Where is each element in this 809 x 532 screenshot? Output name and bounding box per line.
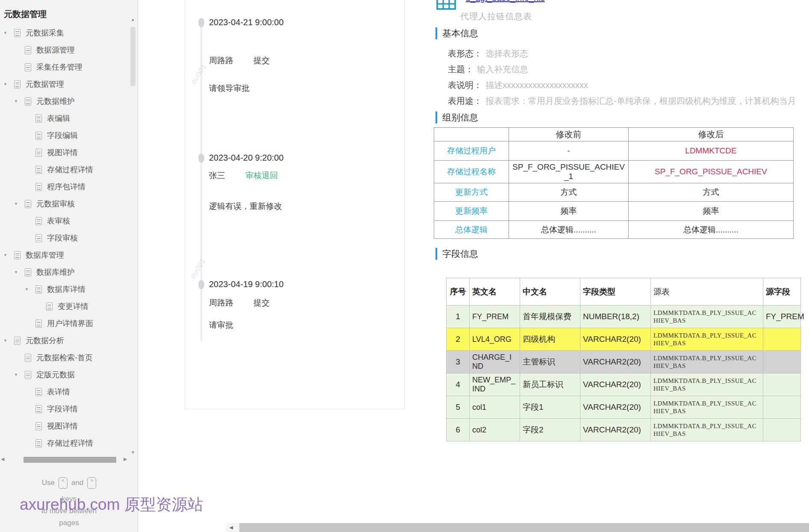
scrollbar-thumb[interactable] (239, 523, 809, 532)
tree-item[interactable]: ▼ 元数据审核 (0, 195, 128, 212)
tree-item[interactable]: ▼ 存储过程详情 (0, 435, 128, 452)
tree-item[interactable]: ▼ 表详情 (0, 383, 128, 400)
tree-item[interactable]: ▼ 数据库详情 (0, 281, 128, 298)
tree-item-label: 数据库详情 (47, 284, 85, 294)
basic-info-value[interactable]: 描述xxxxxxxxxxxxxxxxxxxx (485, 80, 588, 90)
tree-item[interactable]: ▼ 用户详情界面 (0, 315, 128, 332)
group-row-label[interactable]: 存储过程用户 (434, 141, 509, 161)
basic-info-value[interactable]: 选择表形态 (485, 49, 528, 58)
table-name-link[interactable]: b_agt_base_info_his (466, 0, 545, 3)
tree-item-label: 数据库维护 (36, 267, 75, 277)
field-row[interactable]: 6 col2 字段2 VARCHAR2(20) LDMMKTDATA.B_PLY… (447, 419, 801, 441)
field-type: VARCHAR2(20) (580, 351, 651, 373)
screen: 元数据管理 ▼ 元数据采集 ▼ 数据源管理 ▼ 采集任务管理 (0, 0, 809, 532)
scroll-left-icon[interactable]: ◀ (1, 456, 4, 462)
field-source-field (763, 328, 801, 351)
section-field-info: 字段信息 (435, 248, 478, 260)
collapse-arrow-icon[interactable]: ▼ (14, 373, 25, 377)
field-row[interactable]: 5 col1 字段1 VARCHAR2(20) LDMMKTDATA.B_PLY… (447, 396, 801, 419)
tree-item[interactable]: ▼ 元数据分析 (0, 332, 128, 349)
collapse-arrow-icon[interactable]: ▼ (3, 82, 14, 86)
document-icon (14, 80, 21, 88)
basic-info-value[interactable]: 输入补充信息 (477, 65, 528, 74)
tree-item[interactable]: ▼ 元数据维护 (0, 93, 128, 110)
tree-item-label: 视图详情 (47, 421, 78, 431)
tree-item[interactable]: ▼ 字段详情 (0, 400, 128, 417)
collapse-arrow-icon[interactable]: ▼ (14, 270, 25, 274)
pager-hint-line4: pages (0, 517, 138, 529)
section-group-info: 组别信息 (435, 112, 478, 123)
document-icon (35, 422, 42, 430)
tree-item[interactable]: ▼ 元数据检索-首页 (0, 349, 128, 366)
timeline-dot-icon (198, 153, 204, 163)
tree-item-label: 程序包详情 (47, 182, 85, 192)
tree-item[interactable]: ▼ 表审核 (0, 212, 128, 229)
field-row[interactable]: 1 FY_PREM 首年规模保费 NUMBER(18,2) LDMMKTDATA… (447, 306, 801, 328)
tree-item[interactable]: ▼ 字段审核 (0, 229, 128, 247)
scrollbar-thumb[interactable] (130, 26, 135, 86)
tree-item-label: 用户详情界面 (47, 318, 93, 329)
group-col-after: 修改后 (629, 128, 794, 141)
document-icon (25, 200, 31, 208)
scroll-left-icon[interactable]: ◀ (227, 523, 235, 532)
tree-item[interactable]: ▼ 数据源管理 (0, 41, 128, 59)
tree-item[interactable]: ▼ 程序包详情 (0, 178, 128, 195)
timeline-entry: 2023-04-20 9:20:00 张三 审核退回 逻辑有误，重新修改 (209, 152, 393, 212)
field-en-name: col2 (470, 419, 520, 441)
basic-info-value[interactable]: 报表需求：常用月度业务指标汇总-单纯承保，根据四级机构为维度，计算机构当月 (485, 96, 796, 106)
group-row-label[interactable]: 存储过程名称 (434, 161, 509, 183)
approval-timeline-panel: .ou001 .ou001 2023-04-21 9:00:00 周路路 提交 … (185, 0, 405, 409)
collapse-arrow-icon[interactable]: ▼ (3, 253, 14, 257)
field-no: 3 (447, 351, 470, 373)
scrollbar-thumb[interactable] (24, 457, 116, 463)
comma-key-icon: < , (59, 477, 68, 489)
tree-item-label: 采集任务管理 (36, 62, 82, 72)
group-row-label[interactable]: 更新方式 (434, 183, 509, 202)
collapse-arrow-icon[interactable]: ▼ (25, 287, 35, 291)
collapse-arrow-icon[interactable]: ▼ (14, 202, 25, 206)
tree-item[interactable]: ▼ 表编辑 (0, 110, 128, 127)
sidebar-horizontal-scrollbar[interactable]: ◀ ▶ (0, 456, 138, 464)
tree-item[interactable]: ▼ 变更详情 (0, 298, 128, 315)
tree-item[interactable]: ▼ 视图详情 (0, 417, 128, 435)
tree-item[interactable]: ▼ 数据库维护 (0, 264, 128, 281)
tree-item-label: 字段编辑 (47, 130, 78, 141)
group-header-row: 修改前 修改后 (434, 128, 794, 141)
field-row[interactable]: 2 LVL4_ORG 四级机构 VARCHAR2(20) LDMMKTDATA.… (447, 328, 801, 351)
main-horizontal-scrollbar[interactable]: ◀ (226, 523, 809, 532)
field-row[interactable]: 3 CHARGE_IND 主管标识 VARCHAR2(20) LDMMKTDAT… (447, 351, 801, 373)
scroll-up-icon[interactable]: ▲ (129, 17, 136, 22)
tree-item[interactable]: ▼ 字段编辑 (0, 127, 128, 144)
field-type: NUMBER(18,2) (580, 306, 651, 328)
collapse-arrow-icon[interactable]: ▼ (3, 31, 14, 35)
tree-item[interactable]: ▼ 存储过程详情 (0, 161, 128, 178)
group-row-label[interactable]: 总体逻辑 (434, 221, 509, 239)
tree-item[interactable]: ▼ 数据库管理 (0, 247, 128, 264)
group-col-before: 修改前 (509, 128, 629, 141)
field-source-field (763, 351, 801, 373)
tree-item-label: 元数据审核 (36, 199, 75, 209)
field-no: 1 (447, 306, 470, 328)
field-en-name: col1 (470, 396, 520, 419)
field-cn-name: 字段1 (520, 396, 580, 419)
timeline-user: 周路路 (209, 298, 233, 307)
timeline-user: 张三 (209, 171, 225, 180)
field-row[interactable]: 4 NEW_EMP_IND 新员工标识 VARCHAR2(20) LDMMKTD… (447, 373, 801, 396)
field-en-name: FY_PREM (470, 306, 520, 328)
document-icon (35, 405, 42, 413)
group-after-value: 频率 (629, 202, 794, 221)
sidebar-vertical-scrollbar[interactable]: ▲ ▼ (129, 17, 136, 455)
tree-item[interactable]: ▼ 采集任务管理 (0, 59, 128, 76)
tree-item[interactable]: ▼ 定版元数据 (0, 366, 128, 383)
group-row-label[interactable]: 更新频率 (434, 202, 509, 221)
tree-item[interactable]: ▼ 元数据采集 (0, 24, 128, 41)
collapse-arrow-icon[interactable]: ▼ (3, 338, 14, 343)
collapse-arrow-icon[interactable]: ▼ (14, 99, 25, 103)
group-after-value: LDMMKTCDE (629, 141, 794, 161)
tree-item[interactable]: ▼ 元数据管理 (0, 76, 128, 93)
document-icon (35, 217, 42, 225)
scroll-right-icon[interactable]: ▶ (124, 456, 127, 462)
tree-item[interactable]: ▼ 视图详情 (0, 144, 128, 161)
scroll-down-icon[interactable]: ▼ (129, 450, 136, 455)
timeline-date: 2023-04-21 9:00:00 (209, 17, 393, 28)
